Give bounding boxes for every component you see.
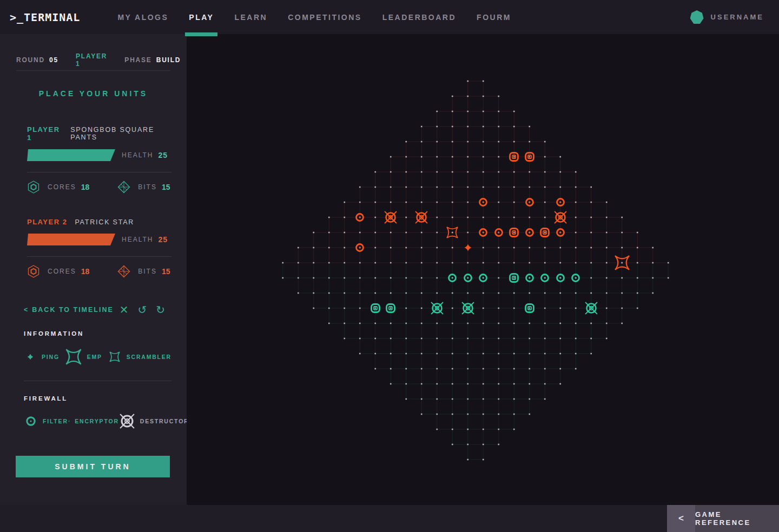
encryptor-icon [68, 414, 70, 429]
nav-item-my-algos[interactable]: MY ALOGS [107, 0, 179, 34]
main-nav: MY ALOGS PLAY LEARN COMPETITIONS LEADERB… [107, 0, 521, 34]
back-to-timeline-link[interactable]: <BACK TO TIMELINE [24, 306, 114, 314]
unit-destructor-p2[interactable] [554, 211, 566, 223]
player2-panel: PLAYER 2 PATRICK STAR HEALTH 25 CORES 18… [27, 218, 171, 278]
submit-turn-button[interactable]: SUBMIT TURN [16, 456, 170, 477]
unit-picker-emp[interactable]: EMP [65, 348, 108, 365]
divider [27, 256, 171, 257]
crumb-divider [111, 53, 120, 66]
cores-label: CORES [48, 268, 76, 275]
unit-picker-scrambler[interactable]: SCRAMBLER [108, 350, 171, 364]
scrambler-icon [108, 350, 122, 364]
navbar: >_TERMINAL MY ALOGS PLAY LEARN COMPETITI… [0, 0, 779, 34]
chevron-left-icon: < [678, 513, 684, 524]
unit-destructor-p1[interactable] [431, 302, 443, 314]
unit-picker-encryptor[interactable]: ENCRYPTOR [68, 414, 119, 429]
game-reference-collapse-button[interactable]: < [667, 505, 695, 532]
bits-icon [117, 265, 130, 278]
player1-health-bar [27, 149, 115, 161]
unit-destructor-p1[interactable] [585, 302, 597, 314]
phase-value: BUILD [156, 56, 181, 64]
player1-health-value: 25 [158, 151, 168, 159]
player1-label: PLAYER 1 [27, 125, 63, 142]
divider [27, 172, 171, 172]
bits-label: BITS [138, 183, 157, 191]
sidebar: ROUND 05 PLAYER 1 PHASE BUILD PLACE YOUR… [0, 34, 187, 505]
game-board-grid[interactable] [187, 34, 779, 505]
nav-item-learn[interactable]: LEARN [224, 0, 278, 34]
crumb-divider [63, 53, 71, 66]
username-label: USERNAME [711, 13, 764, 21]
player2-cores-value: 18 [81, 267, 90, 276]
cores-label: CORES [48, 183, 76, 191]
units [357, 153, 630, 315]
crumb-player: PLAYER 1 [76, 52, 107, 68]
player2-bits-value: 15 [162, 267, 170, 276]
player2-health-bar [27, 234, 115, 245]
player1-bits-value: 15 [162, 183, 170, 191]
breadcrumb: ROUND 05 PLAYER 1 PHASE BUILD [16, 49, 170, 71]
player1-cores-value: 18 [81, 183, 90, 191]
destructor-icon [119, 413, 135, 429]
player2-label: PLAYER 2 [27, 218, 67, 226]
cores-icon [27, 181, 40, 194]
ping-icon [24, 350, 37, 363]
information-section: INFORMATION PING EMP SCRAMBLER [24, 330, 171, 365]
player2-name: PATRICK STAR [75, 218, 134, 226]
emp-icon [65, 348, 82, 365]
unit-ping-p2[interactable] [465, 244, 472, 251]
filter-icon [24, 414, 38, 428]
unit-destructor-p2[interactable] [385, 211, 397, 223]
round-label: ROUND [16, 56, 45, 64]
grid-dots [282, 81, 669, 461]
app-logo[interactable]: >_TERMINAL [10, 11, 80, 24]
information-header: INFORMATION [24, 330, 171, 337]
cores-icon [27, 265, 40, 278]
divider [24, 381, 171, 381]
undo-icon[interactable]: ↺ [137, 304, 147, 315]
player1-panel: PLAYER 1 SPONGBOB SQUARE PANTS HEALTH 25… [27, 125, 171, 194]
nav-item-forum[interactable]: FOURM [466, 0, 521, 34]
avatar [690, 10, 704, 24]
player2-health-value: 25 [158, 235, 168, 244]
bits-icon [117, 181, 130, 194]
bottom-bar: < GAME REFERENCE [0, 505, 779, 532]
redo-icon[interactable]: ↻ [156, 304, 165, 315]
player1-name: SPONGBOB SQUARE PANTS [70, 126, 171, 141]
game-reference-button[interactable]: GAME REFERENCE [695, 505, 779, 532]
nav-item-play[interactable]: PLAY [179, 0, 224, 34]
unit-picker-destructor[interactable]: DESTRUCTOR [119, 413, 189, 429]
unit-picker-ping[interactable]: PING [24, 350, 65, 363]
round-value: 05 [49, 56, 58, 64]
unit-destructor-p2[interactable] [415, 211, 427, 223]
unit-picker-filter[interactable]: FILTER [24, 414, 68, 428]
firewall-section: FIREWALL FILTER ENCRYPTOR DESTRUCTOR [24, 395, 171, 429]
phase-label: PHASE [124, 56, 151, 64]
grid-lines [283, 81, 669, 460]
health-label: HEALTH [122, 236, 153, 243]
user-menu[interactable]: USERNAME [690, 10, 764, 24]
bits-label: BITS [138, 268, 157, 275]
nav-item-leaderboard[interactable]: LEADERBOARD [372, 0, 466, 34]
game-board [187, 34, 779, 505]
firewall-header: FIREWALL [24, 395, 171, 402]
health-label: HEALTH [122, 151, 153, 159]
page-title: PLACE YOUR UNITS [0, 89, 187, 98]
chevron-left-icon: < [24, 306, 29, 314]
nav-item-competitions[interactable]: COMPETITIONS [278, 0, 372, 34]
unit-destructor-p1[interactable] [462, 302, 474, 314]
clear-icon[interactable]: ✕ [120, 304, 129, 315]
